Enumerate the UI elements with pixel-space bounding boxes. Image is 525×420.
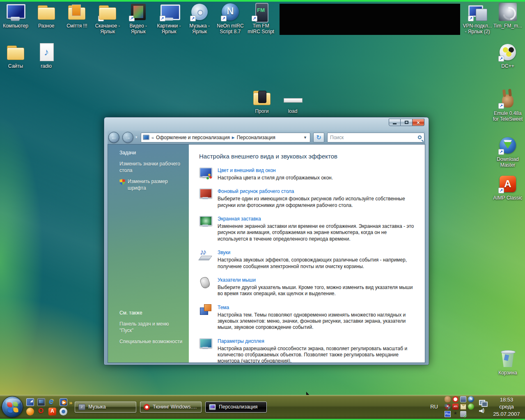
uac-shield-icon: [119, 179, 125, 185]
media-player-icon[interactable]: [60, 398, 67, 406]
cp-item-description: Выберите другой указатель мыши. Кроме то…: [218, 285, 417, 297]
back-button[interactable]: ←: [108, 132, 119, 143]
search-box[interactable]: [327, 133, 424, 142]
remote-desktop-icon[interactable]: [37, 398, 45, 406]
recent-pages-dropdown[interactable]: ▼: [135, 135, 138, 139]
forward-button[interactable]: →: [122, 132, 133, 143]
shield-error-tray-icon[interactable]: [445, 404, 451, 410]
cp-item-text: Фоновый рисунок рабочего столаВыберите о…: [218, 187, 417, 209]
folder-content: [258, 91, 266, 103]
breadcrumb-separator-icon[interactable]: ▶: [232, 135, 235, 140]
tray-row: [445, 396, 474, 402]
desktop-icon[interactable]: Картинки - Ярлык: [154, 2, 184, 34]
sidebar-see-also-label: Панель задач и меню "Пуск": [119, 321, 183, 334]
desktop-icon[interactable]: Разное: [31, 2, 62, 29]
desktop-icon[interactable]: Сайты: [0, 42, 31, 69]
cp-item-link[interactable]: Экранная заставка: [218, 216, 261, 222]
dm-icon: [498, 135, 518, 155]
cp-item-text: Цвет и внешний вид оконНастройка цвета и…: [218, 166, 333, 181]
window-titlebar[interactable]: ×: [108, 117, 425, 131]
cp-item-link[interactable]: Указатели мыши: [218, 277, 256, 283]
close-button[interactable]: ×: [413, 119, 424, 126]
address-bar[interactable]: « Оформление и персонализация ▶ Персонал…: [141, 133, 310, 142]
folder-icon: [37, 2, 56, 22]
search-icon[interactable]: [418, 135, 422, 139]
maximize-icon: [405, 121, 408, 124]
breadcrumb-root[interactable]: Оформление и персонализация: [156, 135, 230, 140]
desktop-icon[interactable]: Emule 0.48a for TeleSweet: [493, 90, 523, 122]
desktop-icon[interactable]: Компьютер: [0, 2, 31, 29]
minimize-button[interactable]: [389, 119, 401, 126]
volume-icon[interactable]: [479, 408, 486, 413]
ati-tray-icon[interactable]: [452, 404, 459, 410]
quick-launch-overflow-chevron[interactable]: »: [69, 399, 72, 406]
cp-item-mouse: Указатели мышиВыберите другой указатель …: [199, 276, 417, 297]
breadcrumb-current[interactable]: Персонализация: [237, 135, 275, 140]
desktop-icon[interactable]: AIMP Classic: [493, 174, 523, 201]
desktop-icon-label: NeOn mIRC Script 8.7: [215, 23, 245, 34]
desktop-icon[interactable]: VPN-подкл... - Ярлык (2): [462, 2, 493, 34]
cp-item-link[interactable]: Тема: [218, 305, 229, 310]
desktop-icon[interactable]: Сміття !!!: [62, 2, 92, 29]
neon-icon: [220, 2, 240, 22]
sidebar-see-also-link[interactable]: Специальные возможности: [119, 339, 183, 345]
language-indicator[interactable]: RU: [430, 404, 438, 410]
clock-time: 18:53: [491, 396, 522, 404]
orange-ball-icon[interactable]: [26, 408, 34, 415]
cp-item-link[interactable]: Фоновый рисунок рабочего стола: [218, 188, 294, 194]
desktop-icon[interactable]: load: [277, 87, 308, 114]
phone-icon[interactable]: [60, 408, 67, 415]
spider-tray-icon[interactable]: [452, 411, 459, 417]
cp-item-link[interactable]: Параметры дисплея: [218, 338, 264, 344]
desktop-icon[interactable]: DC++: [493, 42, 523, 69]
desktop-icon[interactable]: Скачаное - Ярлык: [92, 2, 123, 34]
desktop-icon[interactable]: Проги: [247, 87, 277, 114]
desktop-icon[interactable]: Tim FM mIRC Script: [246, 2, 276, 34]
internet-explorer-icon[interactable]: [48, 398, 56, 406]
cp-item-link[interactable]: Цвет и внешний вид окон: [218, 168, 276, 173]
sidebar-see-also-link[interactable]: Панель задач и меню "Пуск": [119, 321, 183, 334]
aimp-icon[interactable]: [48, 408, 56, 415]
shortcut-arrow-icon: [221, 16, 227, 21]
start-button[interactable]: [2, 396, 23, 418]
sidebar-task-link[interactable]: Изменить размер шрифта: [119, 179, 183, 191]
desktop-icon-label: Emule 0.48a for TeleSweet: [493, 110, 523, 122]
address-dropdown-icon[interactable]: ▼: [302, 135, 308, 140]
maximize-button[interactable]: [401, 119, 413, 126]
desktop-icon[interactable]: Корзина: [493, 349, 523, 376]
neon-tray-icon[interactable]: [468, 396, 474, 402]
clock[interactable]: 18:53 среда 25.07.2007: [491, 396, 522, 418]
desktop-icon[interactable]: NeOn mIRC Script 8.7: [215, 2, 245, 34]
vpn-icon: [468, 2, 487, 22]
desktop-icon[interactable]: radio: [31, 42, 62, 69]
censored-region: [280, 4, 460, 35]
desktop-icon[interactable]: Tim_FM_m...: [493, 2, 523, 29]
sidebar-task-link[interactable]: Изменить значки рабочего стола: [119, 161, 183, 174]
show-desktop-icon[interactable]: [26, 398, 34, 406]
opera-tray-icon[interactable]: [452, 396, 459, 402]
update-tray-icon[interactable]: [460, 411, 466, 417]
taskbar-button[interactable]: Музыка: [75, 402, 136, 413]
refresh-button[interactable]: ↻: [313, 133, 324, 142]
taskbar-button[interactable]: Тюнинг Windows. -...: [140, 402, 202, 413]
load-bar-icon: [283, 87, 303, 107]
opera-icon[interactable]: [37, 408, 45, 415]
breadcrumb-overflow-chevron[interactable]: «: [151, 135, 154, 140]
mail-tray-icon[interactable]: [460, 404, 466, 410]
ru-lang-tray-icon[interactable]: [445, 411, 451, 417]
network-icon[interactable]: [479, 400, 486, 406]
cp-item-display: Параметры дисплеяНастройка разрешающей с…: [199, 337, 417, 363]
shortcut-arrow-icon: [160, 16, 165, 21]
desktop-icon[interactable]: Музыка - Ярлык: [184, 2, 215, 34]
taskbar-button[interactable]: Персонализация: [205, 402, 267, 413]
media-file-icon: [37, 42, 56, 62]
phone-tray-icon[interactable]: [460, 396, 466, 402]
shortcut-arrow-icon: [98, 16, 104, 21]
search-input[interactable]: [330, 135, 415, 140]
desktop-icon[interactable]: Видео - Ярлык: [123, 2, 154, 34]
desktop-icon-label: AIMP Classic: [493, 195, 522, 201]
emule-tray-icon[interactable]: [445, 396, 451, 402]
green-status-tray-icon[interactable]: [468, 404, 474, 410]
cp-item-link[interactable]: Звуки: [218, 250, 230, 255]
desktop-icon[interactable]: Download Master: [493, 135, 523, 168]
